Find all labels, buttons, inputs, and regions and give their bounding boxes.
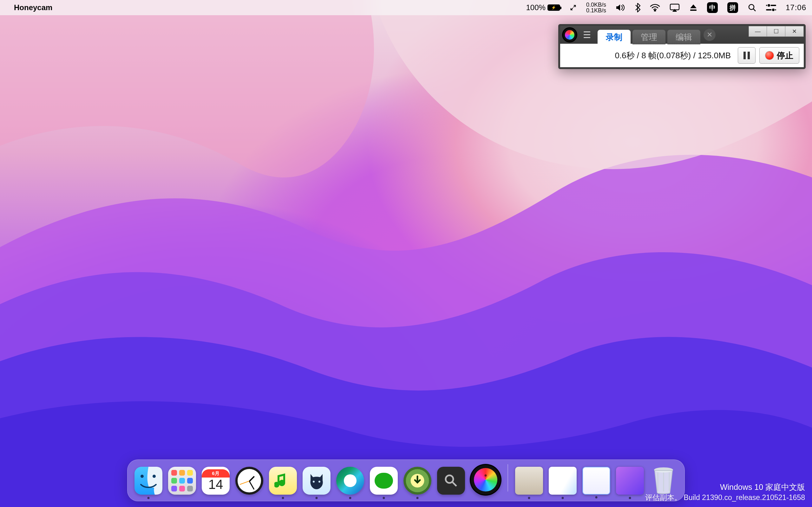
network-speed[interactable]: 0.0KB/s 0.1KB/s [586, 2, 606, 13]
svg-point-11 [318, 481, 320, 483]
fullscreen-icon[interactable] [570, 4, 577, 11]
recording-status-text: 0.6秒 / 8 帧(0.078秒) / 125.0MB [565, 50, 734, 61]
menubar-clock[interactable]: 17:06 [786, 3, 806, 12]
tab-record[interactable]: 录制 [598, 30, 630, 44]
window-minimize-button[interactable]: — [749, 26, 767, 37]
svg-point-10 [313, 481, 315, 483]
dock-clock[interactable] [235, 467, 263, 495]
dock-honeycam[interactable] [471, 465, 501, 495]
eject-icon[interactable] [689, 3, 698, 12]
dock-qqmusic[interactable] [269, 467, 297, 495]
battery-status[interactable]: 100% ⚡ [526, 3, 560, 12]
wifi-icon[interactable] [650, 4, 660, 11]
download-speed: 0.1KB/s [586, 8, 606, 13]
svg-point-9 [153, 475, 156, 478]
tab-close-button[interactable]: ✕ [704, 29, 716, 41]
active-app-name[interactable]: Honeycam [14, 3, 52, 12]
pause-icon [744, 52, 750, 59]
calendar-month-label: 6月 [202, 469, 230, 477]
tab-manage[interactable]: 管理 [632, 30, 665, 44]
honeycam-toolbar: 0.6秒 / 8 帧(0.078秒) / 125.0MB 停止 [560, 44, 804, 67]
stop-button[interactable]: 停止 [759, 47, 799, 64]
windows-watermark: Windows 10 家庭中文版 评估副本。 Build 21390.co_re… [645, 482, 805, 503]
svg-point-12 [446, 475, 453, 483]
dock-minimized-window-2[interactable] [549, 467, 577, 495]
window-close-button[interactable]: ✕ [785, 26, 804, 37]
dock-separator [507, 464, 508, 492]
dock-finder[interactable] [135, 467, 162, 495]
watermark-build: 评估副本。 Build 21390.co_release.210521-1658 [645, 493, 805, 503]
svg-point-5 [767, 4, 770, 7]
record-dot-icon [765, 51, 774, 60]
bluetooth-icon[interactable] [635, 3, 641, 12]
calendar-day-label: 14 [208, 477, 223, 492]
watermark-edition: Windows 10 家庭中文版 [645, 482, 805, 493]
svg-rect-2 [690, 9, 697, 11]
battery-icon: ⚡ [548, 4, 560, 11]
svg-point-3 [749, 4, 754, 9]
dock-idm[interactable] [403, 467, 432, 495]
dock-calendar[interactable]: 6月 14 [202, 467, 230, 495]
dock-launchpad[interactable] [168, 467, 196, 495]
stop-button-label: 停止 [777, 50, 793, 61]
dock: 6月 14 [127, 459, 685, 501]
pause-button[interactable] [738, 47, 756, 64]
dock-minimized-window-4[interactable] [616, 467, 644, 495]
honeycam-logo-icon [562, 27, 577, 43]
clock-face-icon [238, 469, 261, 493]
desktop-wallpaper [0, 0, 812, 507]
volume-icon[interactable] [616, 3, 625, 12]
window-maximize-button[interactable]: ☐ [767, 26, 785, 37]
battery-percent-label: 100% [526, 3, 546, 12]
control-center-icon[interactable] [766, 4, 776, 11]
honeycam-menu-button[interactable]: ☰ [580, 28, 594, 42]
input-method-pin[interactable]: 拼 [727, 2, 738, 13]
dock-minimized-window-3[interactable] [582, 467, 610, 495]
dock-wechat[interactable] [370, 467, 398, 495]
tab-edit[interactable]: 编辑 [667, 30, 700, 44]
dock-minimized-window-1[interactable] [515, 467, 543, 495]
wechat-icon [374, 473, 393, 489]
svg-point-7 [772, 8, 775, 11]
svg-point-8 [141, 475, 144, 478]
honeycam-window[interactable]: ☰ 录制 管理 编辑 ✕ — ☐ ✕ 0.6秒 / 8 帧(0.078秒) / … [558, 24, 806, 69]
dock-edge-browser[interactable] [336, 467, 364, 495]
upload-speed: 0.0KB/s [586, 2, 606, 8]
menubar: Honeycam 100% ⚡ 0.0KB/s 0.1KB/s 中 拼 [0, 0, 812, 15]
honeycam-titlebar[interactable]: ☰ 录制 管理 编辑 ✕ — ☐ ✕ [560, 26, 804, 44]
dock-spotlight[interactable] [437, 467, 465, 495]
dock-cat-app[interactable] [303, 467, 331, 495]
input-method-zhong[interactable]: 中 [707, 2, 718, 13]
spotlight-search-icon[interactable] [748, 3, 757, 12]
svg-point-0 [654, 10, 656, 11]
screen-mirroring-icon[interactable] [670, 3, 680, 12]
